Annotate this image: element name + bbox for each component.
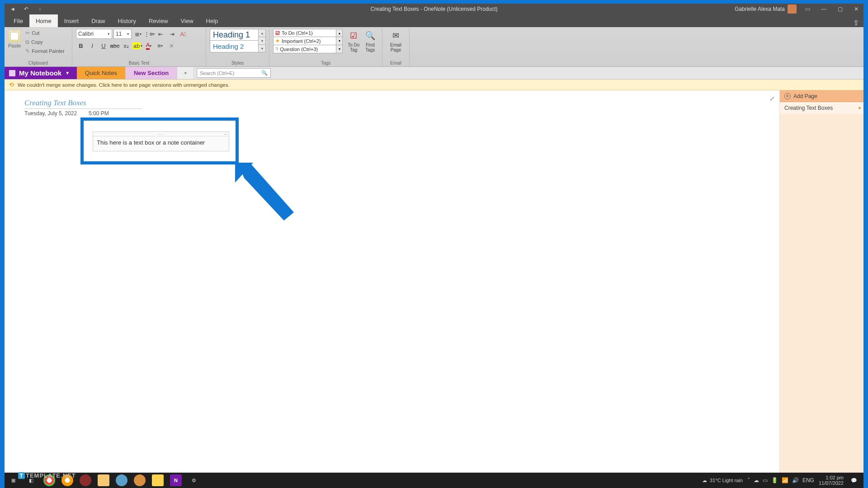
undo-icon[interactable]: ↶ — [22, 5, 31, 14]
tab-review[interactable]: Review — [142, 14, 175, 27]
onedrive-icon[interactable]: ☁ — [754, 477, 759, 483]
tab-home[interactable]: Home — [29, 14, 58, 27]
language-indicator[interactable]: ENG — [802, 477, 814, 483]
tab-view[interactable]: View — [175, 14, 200, 27]
resize-handle-icon[interactable]: ↔ — [223, 131, 228, 136]
notebook-dropdown[interactable]: My Notebook ▼ — [5, 67, 77, 79]
volume-icon[interactable]: 🔊 — [792, 477, 799, 483]
search-placeholder: Search (Ctrl+E) — [200, 70, 234, 76]
delete-button[interactable]: ✕ — [166, 41, 176, 51]
todo-tag-button[interactable]: ☑To Do Tag — [345, 29, 362, 52]
taskbar: ⊞ ◧ N ⚙ ☁ 31°C Light rain ˄ ☁ ▭ 🔋 📶 🔊 EN… — [5, 473, 863, 488]
styles-more-icon[interactable]: ▾ — [259, 45, 266, 52]
onenote-icon[interactable]: N — [170, 474, 182, 486]
page-canvas[interactable]: Creating Text Boxes Tuesday, July 5, 202… — [5, 90, 779, 473]
app-icon-1[interactable] — [80, 474, 91, 486]
format-painter-button[interactable]: ✎Format Painter — [24, 47, 66, 55]
ribbon-display-icon[interactable]: ▭ — [802, 5, 813, 13]
bullets-button[interactable]: ≣▾ — [133, 29, 143, 39]
align-button[interactable]: ≡▾ — [155, 41, 165, 51]
indent-button[interactable]: ⇥ — [167, 29, 177, 39]
tab-history[interactable]: History — [112, 14, 142, 27]
clipboard-icon — [8, 30, 21, 42]
fullpage-icon[interactable]: ⤢ — [769, 95, 775, 102]
start-icon[interactable]: ⊞ — [7, 474, 19, 486]
taskbar-weather[interactable]: ☁ 31°C Light rain — [702, 478, 743, 483]
close-icon[interactable]: ✕ — [851, 5, 862, 13]
style-heading1[interactable]: Heading 1 — [210, 29, 259, 41]
search-input[interactable]: Search (Ctrl+E) 🔍 — [197, 68, 271, 78]
email-page-button[interactable]: ✉Email Page — [386, 29, 406, 52]
copy-button[interactable]: ⧉Copy — [24, 38, 66, 46]
chevron-down-icon: ▼ — [65, 70, 70, 75]
sticky-notes-icon[interactable] — [152, 474, 164, 486]
textbox-content[interactable]: This here is a text box or a note contai… — [93, 136, 229, 149]
group-label-email: Email — [382, 61, 409, 66]
container-grip[interactable]: ···· ↔ — [93, 132, 229, 136]
styles-up-icon[interactable]: ▴ — [259, 29, 266, 37]
share-icon[interactable]: ⇪ — [849, 19, 863, 27]
avatar — [788, 5, 797, 14]
back-icon[interactable]: ◄ — [8, 5, 17, 14]
merge-warning-bar[interactable]: ⟲ We couldn't merge some changes. Click … — [5, 80, 863, 90]
paste-button[interactable]: Paste — [8, 29, 22, 48]
minimize-icon[interactable]: — — [818, 5, 829, 13]
bold-button[interactable]: B — [76, 41, 86, 51]
highlight-button[interactable]: ab▾ — [132, 41, 142, 51]
numbering-button[interactable]: ⋮≡▾ — [144, 29, 154, 39]
font-color-button[interactable]: A▾ — [144, 41, 154, 51]
cut-button[interactable]: ✂Cut — [24, 29, 66, 37]
style-heading2[interactable]: Heading 2 — [210, 41, 259, 52]
tab-insert[interactable]: Insert — [58, 14, 85, 27]
font-size-combo[interactable]: 11▾ — [113, 29, 132, 39]
tab-file[interactable]: File — [7, 14, 29, 27]
tab-draw[interactable]: Draw — [85, 14, 111, 27]
group-label-basictext: Basic Text — [72, 61, 206, 66]
tags-up-icon[interactable]: ▴ — [336, 29, 343, 37]
section-tab-quick-notes[interactable]: Quick Notes — [77, 67, 126, 79]
italic-button[interactable]: I — [87, 41, 97, 51]
section-tab-new-section[interactable]: New Section — [126, 67, 177, 79]
unsynced-icon: ✦ — [858, 105, 862, 111]
tray-chevron-up-icon[interactable]: ˄ — [747, 477, 750, 483]
app-icon-2[interactable] — [116, 474, 127, 486]
font-family-combo[interactable]: Calibri▾ — [76, 29, 112, 39]
qat-more-icon[interactable]: ⁞ — [35, 5, 44, 14]
wifi-icon[interactable]: 📶 — [782, 477, 788, 483]
find-tags-button[interactable]: 🔍Find Tags — [362, 29, 379, 52]
add-section-button[interactable]: + — [177, 67, 194, 79]
tag-question[interactable]: ?Question (Ctrl+3) — [273, 45, 336, 53]
tag-todo[interactable]: ☑To Do (Ctrl+1) — [273, 29, 336, 37]
svg-marker-0 — [240, 164, 294, 221]
tags-down-icon[interactable]: ▾ — [336, 37, 343, 45]
page-title[interactable]: Creating Text Boxes — [24, 99, 142, 109]
file-explorer-icon[interactable] — [98, 474, 109, 486]
styles-down-icon[interactable]: ▾ — [259, 37, 266, 45]
underline-button[interactable]: U — [99, 41, 108, 51]
tags-more-icon[interactable]: ▾ — [336, 45, 343, 53]
ribbon: Paste ✂Cut ⧉Copy ✎Format Painter Clipboa… — [5, 27, 863, 67]
copy-icon: ⧉ — [25, 39, 29, 45]
paste-label: Paste — [8, 43, 21, 48]
notifications-icon[interactable]: 💬 — [848, 474, 860, 486]
tab-help[interactable]: Help — [200, 14, 225, 27]
tag-important[interactable]: ★Important (Ctrl+2) — [273, 37, 336, 45]
user-account[interactable]: Gabrielle Alexa Mata — [735, 5, 797, 14]
clock-date: 11/07/2022 — [819, 480, 844, 486]
taskbar-clock[interactable]: 1:02 pm 11/07/2022 — [819, 475, 844, 486]
subscript-button[interactable]: x₂ — [121, 41, 131, 51]
tray-app-icon[interactable]: ▭ — [763, 477, 768, 483]
settings-icon[interactable]: ⚙ — [188, 474, 200, 486]
note-container[interactable]: ···· ↔ This here is a text box or a note… — [93, 131, 229, 151]
page-list-item[interactable]: Creating Text Boxes ✦ — [780, 102, 863, 114]
maximize-icon[interactable]: ▢ — [835, 5, 845, 13]
notebook-bar: My Notebook ▼ Quick Notes New Section + … — [5, 67, 863, 80]
clear-formatting-button[interactable]: Aᷤ — [178, 29, 188, 39]
outdent-button[interactable]: ⇤ — [156, 29, 165, 39]
paint-icon[interactable] — [134, 474, 146, 486]
strikethrough-button[interactable]: abc — [110, 41, 120, 51]
page-date: Tuesday, July 5, 2022 — [24, 110, 77, 117]
add-page-button[interactable]: + Add Page — [780, 90, 863, 102]
annotation-highlight: ···· ↔ This here is a text box or a note… — [80, 117, 239, 164]
battery-icon[interactable]: 🔋 — [771, 477, 778, 483]
